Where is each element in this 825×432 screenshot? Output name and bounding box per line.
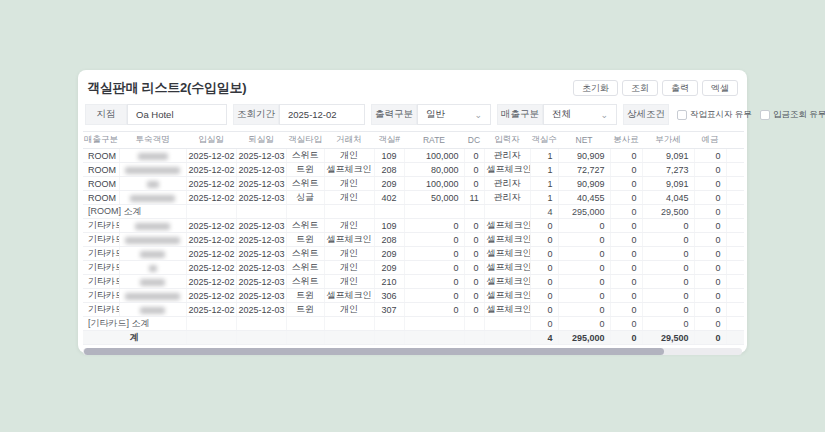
cell-empty: [404, 205, 464, 219]
reset-button[interactable]: 초기화: [573, 80, 618, 97]
column-header: 객실#: [374, 132, 404, 149]
cell-empty: [236, 205, 286, 219]
cell-rtype: 트윈: [286, 163, 324, 177]
table-row[interactable]: ROOM2025-12-022025-12-03스위트개인109100,0000…: [83, 149, 744, 163]
excel-button[interactable]: 엑셀: [702, 80, 738, 97]
cell-empty: [186, 205, 236, 219]
cell-rtype: 트윈: [286, 303, 324, 317]
cell-net: 90,909: [558, 149, 610, 163]
cell-net: 295,000: [558, 331, 610, 345]
column-header: 예금: [694, 132, 726, 149]
sales-table-wrap: 매출구분투숙객명입실일퇴실일객실타입거래처객실#RATEDC입력자객실수NET봉…: [82, 131, 743, 345]
branch-input[interactable]: Oa Hotel: [127, 104, 227, 125]
sales-type-select[interactable]: 전체 ⌄: [543, 104, 617, 125]
cell-sale: ROOM: [83, 149, 119, 163]
cell-rate: 50,000: [404, 191, 464, 205]
column-header: 매출구분: [83, 132, 119, 149]
cell-client: 개인: [324, 219, 374, 233]
cell-dc: 0: [464, 149, 484, 163]
cell-dep: 0: [694, 275, 726, 289]
table-row[interactable]: 기타카드2025-12-022025-12-03트윈개인30700셀프체크인00…: [83, 303, 744, 317]
summary-label: [ROOM] 소계: [83, 205, 186, 219]
filter-bar: 지점 Oa Hotel 조회기간 2025-12-02 출력구분 일반 ⌄ 매출…: [85, 104, 740, 125]
cell-rate: 0: [404, 261, 464, 275]
print-button[interactable]: 출력: [662, 80, 698, 97]
chevron-down-icon: ⌄: [600, 110, 608, 120]
table-row[interactable]: 기타카드2025-12-022025-12-03스위트개인21000셀프체크인0…: [83, 275, 744, 289]
search-button[interactable]: 조회: [622, 80, 658, 97]
cell-empty: [324, 331, 374, 345]
branch-label: 지점: [85, 104, 127, 125]
cell-rno: 208: [374, 163, 404, 177]
table-row[interactable]: 기타카드2025-12-022025-12-03스위트개인20900셀프체크인0…: [83, 247, 744, 261]
cell-client: 개인: [324, 191, 374, 205]
cell-svc: 0: [610, 247, 642, 261]
cell-cnt: 0: [530, 303, 558, 317]
deposit-inquiry-checkbox[interactable]: 입금조회 유무: [760, 109, 825, 121]
column-header: [726, 132, 744, 149]
cell-dep: 0: [694, 331, 726, 345]
summary-label: [기타카드] 소계: [83, 317, 186, 331]
cell-rno: 209: [374, 261, 404, 275]
cell-vat: 4,045: [642, 191, 694, 205]
redacted-guest-name: [140, 251, 165, 258]
cell-empty: [404, 331, 464, 345]
cell-client: 개인: [324, 247, 374, 261]
cell-checkout: 2025-12-03: [236, 233, 286, 247]
cell-svc: 0: [610, 303, 642, 317]
cell-net: 0: [558, 289, 610, 303]
cell-extra: [726, 275, 744, 289]
table-row[interactable]: ROOM2025-12-022025-12-03싱글개인40250,00011관…: [83, 191, 744, 205]
cell-empty: [186, 317, 236, 331]
cell-dep: 0: [694, 163, 726, 177]
cell-checkin: 2025-12-02: [186, 191, 236, 205]
checkbox-icon: [760, 110, 770, 120]
column-header: RATE: [404, 132, 464, 149]
cell-empty: [726, 331, 744, 345]
cell-rate: 0: [404, 247, 464, 261]
redacted-guest-name: [149, 265, 157, 272]
cell-by: 관리자: [484, 191, 530, 205]
redacted-guest-name: [138, 153, 168, 160]
cell-extra: [726, 149, 744, 163]
cell-rtype: 스위트: [286, 219, 324, 233]
redacted-guest-name: [125, 237, 180, 244]
table-row[interactable]: 기타카드2025-12-022025-12-03트윈셀프체크인30600셀프체크…: [83, 289, 744, 303]
cell-rate: 0: [404, 233, 464, 247]
column-header: 부가세: [642, 132, 694, 149]
table-row[interactable]: ROOM2025-12-022025-12-03스위트개인209100,0000…: [83, 177, 744, 191]
cell-rtype: 트윈: [286, 289, 324, 303]
cell-checkin: 2025-12-02: [186, 289, 236, 303]
horizontal-scrollbar-track[interactable]: [83, 348, 742, 355]
cell-empty: [726, 317, 744, 331]
subtotal-row: [기타카드] 소계00000: [83, 317, 744, 331]
cell-cnt: 0: [530, 219, 558, 233]
work-marker-checkbox[interactable]: 작업표시자 유무: [677, 109, 752, 121]
cell-checkin: 2025-12-02: [186, 303, 236, 317]
cell-rno: 109: [374, 149, 404, 163]
table-row[interactable]: 기타카드2025-12-022025-12-03스위트개인10900셀프체크인0…: [83, 219, 744, 233]
cell-rate: 0: [404, 303, 464, 317]
horizontal-scrollbar-thumb[interactable]: [84, 348, 664, 355]
table-row[interactable]: 기타카드2025-12-022025-12-03트윈셀프체크인20800셀프체크…: [83, 233, 744, 247]
cell-guest: [119, 149, 186, 163]
period-label: 조회기간: [233, 104, 279, 125]
cell-empty: [374, 205, 404, 219]
cell-empty: [236, 317, 286, 331]
column-header: 투숙객명: [119, 132, 186, 149]
table-row[interactable]: ROOM2025-12-022025-12-03트윈셀프체크인20880,000…: [83, 163, 744, 177]
cell-extra: [726, 261, 744, 275]
cell-checkout: 2025-12-03: [236, 219, 286, 233]
period-input[interactable]: 2025-12-02: [279, 104, 365, 125]
redacted-guest-name: [135, 223, 170, 230]
cell-rno: 209: [374, 177, 404, 191]
cell-rate: 0: [404, 275, 464, 289]
redacted-guest-name: [125, 167, 180, 174]
cell-by: 셀프체크인: [484, 261, 530, 275]
cell-rate: 100,000: [404, 177, 464, 191]
cell-checkout: 2025-12-03: [236, 303, 286, 317]
table-row[interactable]: 기타카드2025-12-022025-12-03스위트개인20900셀프체크인0…: [83, 261, 744, 275]
cell-rno: 109: [374, 219, 404, 233]
cell-rtype: 스위트: [286, 177, 324, 191]
output-type-select[interactable]: 일반 ⌄: [417, 104, 491, 125]
